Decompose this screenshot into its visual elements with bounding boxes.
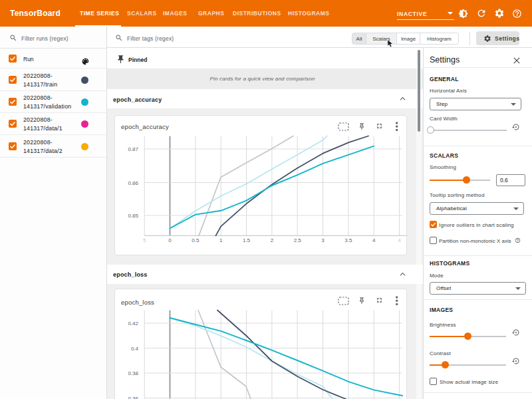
svg-text:1.5: 1.5 <box>243 237 251 243</box>
svg-text:0.36: 0.36 <box>128 396 138 399</box>
svg-text:0.42: 0.42 <box>128 321 138 327</box>
svg-text:0.86: 0.86 <box>128 180 138 186</box>
svg-text:4: 4 <box>372 237 376 243</box>
svg-text:0.4: 0.4 <box>131 346 139 352</box>
svg-text:3: 3 <box>321 237 325 243</box>
svg-text:0.87: 0.87 <box>128 146 138 152</box>
svg-text:5: 5 <box>143 237 146 243</box>
svg-text:2.5: 2.5 <box>294 237 302 243</box>
svg-text:0.85: 0.85 <box>128 213 138 219</box>
svg-text:0.5: 0.5 <box>192 237 200 243</box>
svg-text:3.5: 3.5 <box>344 237 352 243</box>
svg-text:0.38: 0.38 <box>128 370 138 376</box>
svg-text:0: 0 <box>168 237 172 243</box>
svg-text:4: 4 <box>398 237 401 243</box>
svg-text:1: 1 <box>219 237 223 243</box>
svg-text:2: 2 <box>271 237 274 243</box>
